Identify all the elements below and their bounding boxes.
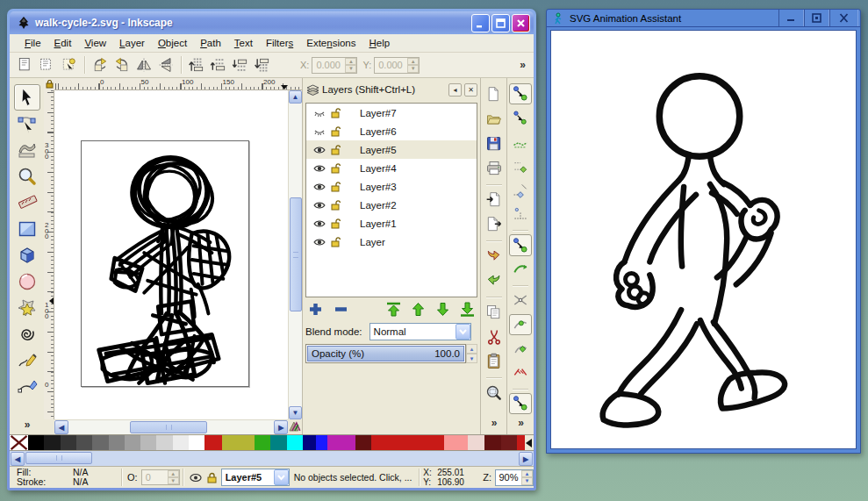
- palette-swatch[interactable]: [125, 435, 140, 450]
- snap-edge-midpoint-button[interactable]: [509, 180, 532, 201]
- palette-swatch[interactable]: [468, 435, 484, 450]
- flip-vertical-button[interactable]: [155, 54, 176, 75]
- tweak-tool-button[interactable]: [14, 137, 40, 163]
- palette-swatch[interactable]: [343, 435, 355, 450]
- lower-layer-to-bottom-button[interactable]: [459, 301, 476, 318]
- lock-open-icon[interactable]: [331, 181, 341, 192]
- eye-closed-icon[interactable]: [313, 126, 326, 137]
- snap-midpoint-button[interactable]: [509, 361, 532, 383]
- zoom-drawing-button[interactable]: [483, 382, 506, 404]
- menu-edit[interactable]: Edit: [48, 36, 78, 50]
- palette-swatch[interactable]: [327, 435, 343, 450]
- cut-button[interactable]: [483, 326, 506, 347]
- menu-view[interactable]: View: [78, 36, 112, 50]
- snap-node-cusp-button[interactable]: [509, 314, 532, 335]
- lower-bottom-button[interactable]: [252, 54, 273, 75]
- palette-swatch[interactable]: [355, 435, 371, 450]
- ellipse-tool-button[interactable]: [14, 268, 40, 295]
- layer-visibility-icon[interactable]: [190, 472, 202, 483]
- commands-overflow-button[interactable]: »: [491, 417, 497, 429]
- layer-row-layer3[interactable]: Layer#3: [306, 177, 477, 196]
- star-tool-button[interactable]: [14, 295, 40, 321]
- color-managed-view-icon[interactable]: [288, 419, 302, 433]
- eye-open-icon[interactable]: [313, 200, 326, 211]
- eye-open-icon[interactable]: [313, 163, 326, 174]
- close-button[interactable]: [512, 14, 530, 32]
- opacity-spinner[interactable]: ▲▼: [466, 344, 477, 363]
- menu-object[interactable]: Object: [152, 36, 193, 50]
- snap-bbox-corner-button[interactable]: [509, 155, 532, 176]
- vertical-ruler[interactable]: 3 0 02 0 01 0 00: [44, 90, 54, 419]
- measure-tool-button[interactable]: [14, 190, 40, 216]
- pencil-tool-button[interactable]: [14, 347, 40, 374]
- assistant-titlebar[interactable]: SVG Animation Assistant: [547, 10, 860, 27]
- palette-swatch[interactable]: [173, 435, 189, 450]
- menu-filters[interactable]: Filters: [260, 36, 299, 50]
- spiral-tool-button[interactable]: [14, 321, 40, 347]
- canvas[interactable]: [54, 90, 288, 419]
- menu-help[interactable]: Help: [363, 36, 397, 50]
- palette-swatch[interactable]: [316, 435, 327, 450]
- layer-row-layer7[interactable]: Layer#7: [306, 104, 477, 122]
- palette-swatch[interactable]: [204, 435, 221, 450]
- rotate-cw-button[interactable]: [111, 54, 133, 75]
- palette-none-swatch[interactable]: [10, 435, 28, 450]
- lock-open-icon[interactable]: [331, 199, 341, 211]
- layer-lock-icon[interactable]: [207, 472, 217, 483]
- scroll-down-button[interactable]: ▼: [289, 406, 302, 419]
- zoom-input[interactable]: 90%▲▼: [495, 469, 534, 486]
- lock-open-icon[interactable]: [331, 236, 341, 247]
- menu-layer[interactable]: Layer: [113, 36, 151, 50]
- palette-swatch[interactable]: [156, 435, 172, 450]
- open-button[interactable]: [483, 108, 506, 130]
- palette-swatch[interactable]: [287, 435, 303, 450]
- palette-swatch[interactable]: [76, 435, 92, 450]
- eye-open-icon[interactable]: [313, 145, 326, 155]
- snap-intersection-button[interactable]: [509, 290, 532, 311]
- lower-layer-button[interactable]: [434, 301, 451, 318]
- current-layer-select[interactable]: Layer#5: [221, 469, 290, 486]
- layer-row-layer1[interactable]: Layer#1: [306, 214, 477, 233]
- snap-others-button[interactable]: [509, 393, 532, 414]
- export-button[interactable]: [483, 213, 506, 235]
- canvas-vertical-scrollbar[interactable]: ▲ ▼: [288, 90, 302, 419]
- lock-open-icon[interactable]: [331, 107, 341, 118]
- snap-bbox-button[interactable]: [509, 107, 532, 128]
- assistant-maximize-button[interactable]: [804, 10, 829, 26]
- palette-scroll-thumb[interactable]: [25, 452, 92, 464]
- eye-open-icon[interactable]: [313, 218, 326, 229]
- palette-swatch[interactable]: [44, 435, 60, 450]
- undo-button[interactable]: [483, 245, 506, 267]
- layer-row-layer6[interactable]: Layer#6: [306, 122, 477, 140]
- flip-horizontal-button[interactable]: [133, 54, 154, 75]
- menu-text[interactable]: Text: [228, 36, 259, 50]
- blend-dropdown-button[interactable]: [456, 324, 470, 340]
- palette-swatch[interactable]: [303, 435, 316, 450]
- selector-tool-button[interactable]: [14, 84, 40, 111]
- select-all-button[interactable]: [15, 54, 36, 75]
- remove-layer-button[interactable]: [333, 301, 349, 318]
- lock-open-icon[interactable]: [331, 144, 341, 155]
- rotate-ccw-button[interactable]: [90, 54, 111, 75]
- eye-closed-icon[interactable]: [313, 108, 326, 118]
- scroll-left-button[interactable]: ◀: [54, 420, 68, 434]
- tool-palette-overflow-button[interactable]: »: [25, 419, 30, 431]
- layer-row-layer5[interactable]: Layer#5: [306, 140, 477, 159]
- lock-open-icon[interactable]: [331, 218, 341, 229]
- snap-bbox-center-button[interactable]: [509, 204, 532, 225]
- layer-row-layer[interactable]: Layer: [306, 233, 477, 251]
- snap-master-button[interactable]: [509, 83, 532, 104]
- snap-overflow-button[interactable]: »: [518, 417, 523, 429]
- eye-open-icon[interactable]: [313, 237, 326, 247]
- palette-swatch[interactable]: [222, 435, 239, 450]
- palette-scroll-left-button[interactable]: ◀: [11, 452, 25, 466]
- horizontal-scroll-thumb[interactable]: [130, 421, 207, 433]
- select-all-layers-button[interactable]: [37, 54, 58, 75]
- opacity-slider[interactable]: Opacity (%) 100.0: [305, 344, 466, 363]
- palette-swatch[interactable]: [501, 435, 517, 450]
- paste-button[interactable]: [483, 350, 506, 372]
- new-document-button[interactable]: [483, 83, 506, 105]
- blend-mode-select[interactable]: Normal: [369, 323, 471, 340]
- rectangle-tool-button[interactable]: [14, 216, 40, 242]
- lock-open-icon[interactable]: [331, 125, 341, 137]
